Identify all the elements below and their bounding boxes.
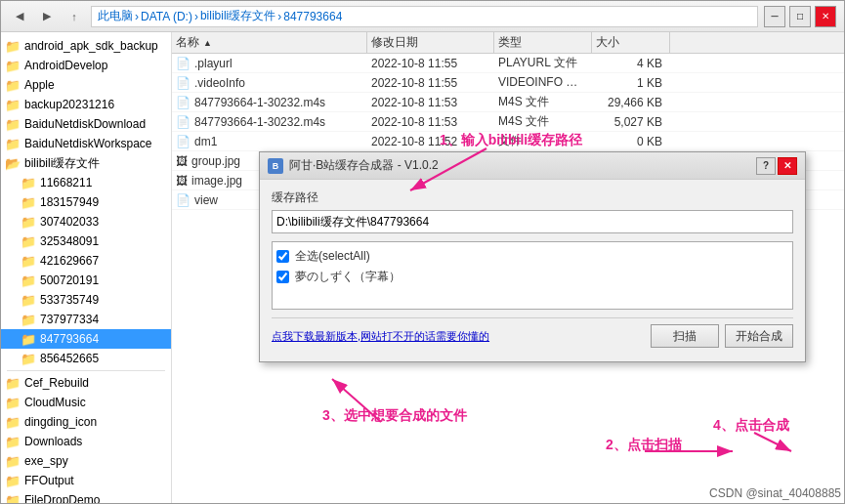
folder-icon: 📁 — [21, 292, 36, 308]
checkbox-video[interactable] — [276, 271, 289, 283]
folder-icon: 📁 — [5, 97, 21, 112]
file-icon: 🖼 — [176, 174, 188, 188]
file-row[interactable]: 📄.playurl 2022-10-8 11:55 PLAYURL 文件 4 K… — [172, 54, 844, 73]
sidebar-item-11668211[interactable]: 📁11668211 — [1, 173, 171, 192]
footer-link[interactable]: 点我下载最新版本,网站打不开的话需要你懂的 — [272, 329, 645, 344]
title-bar: ◀ ▶ ↑ 此电脑 › DATA (D:) › bilibili缓存文件 › 8… — [1, 1, 844, 32]
path-data-d[interactable]: DATA (D:) — [141, 10, 192, 23]
file-row[interactable]: 📄847793664-1-30232.m4s 2022-10-8 11:53 M… — [172, 93, 844, 112]
watermark: CSDN @sinat_40408885 — [709, 486, 841, 500]
file-row[interactable]: 📄847793664-1-30232.m4s 2022-10-8 11:53 M… — [172, 112, 844, 132]
folder-icon: 📁 — [5, 375, 21, 391]
folder-icon: 📁 — [5, 116, 21, 132]
folder-icon: 📁 — [21, 331, 36, 347]
dialog-title-text: 阿甘·B站缓存合成器 - V1.0.2 — [289, 157, 750, 174]
sidebar-item-325348091[interactable]: 📁325348091 — [1, 231, 171, 251]
sidebar-item-500720191[interactable]: 📁500720191 — [1, 271, 171, 290]
sidebar-item-cloudmusic[interactable]: 📁CloudMusic — [1, 393, 171, 412]
sidebar-item-filedrop[interactable]: 📁FileDropDemo — [1, 490, 171, 503]
up-button[interactable]: ↑ — [63, 6, 85, 27]
path-bilibili[interactable]: bilibili缓存文件 — [200, 8, 275, 24]
file-icon: 📄 — [176, 96, 190, 109]
sidebar-item-exe-spy[interactable]: 📁exe_spy — [1, 451, 171, 471]
folder-icon: 📁 — [21, 214, 36, 230]
file-list-header: 名称▲ 修改日期 类型 大小 — [172, 32, 844, 54]
sidebar-item-737977334[interactable]: 📁737977334 — [1, 310, 171, 329]
folder-icon: 📁 — [5, 38, 21, 54]
sidebar-item-baidu-workspace[interactable]: 📁BaiduNetdiskWorkspace — [1, 134, 171, 153]
sidebar-item-421629667[interactable]: 📁421629667 — [1, 251, 171, 271]
checkbox-video-item: 夢のしずく（字幕） — [276, 267, 788, 287]
file-icon: 📄 — [176, 115, 190, 129]
folder-icon: 📁 — [21, 194, 36, 210]
dialog-controls: ? ✕ — [756, 157, 797, 175]
sidebar-item-533735749[interactable]: 📁533735749 — [1, 290, 171, 310]
checkbox-all-item: 全选(selectAll) — [276, 246, 788, 267]
back-button[interactable]: ◀ — [9, 6, 30, 27]
sidebar-item-183157949[interactable]: 📁183157949 — [1, 192, 171, 212]
col-header-size[interactable]: 大小 — [592, 32, 670, 53]
minimize-button[interactable]: ─ — [764, 6, 785, 27]
folder-icon: 📁 — [21, 233, 36, 249]
path-this-pc[interactable]: 此电脑 — [98, 8, 133, 24]
folder-icon: 📁 — [21, 312, 36, 327]
sidebar-divider — [7, 370, 165, 371]
dialog-help-button[interactable]: ? — [756, 157, 776, 175]
sidebar-item-dingding[interactable]: 📁dingding_icon — [1, 412, 171, 432]
file-row[interactable]: 📄dm1 2022-10-8 11:52 文件 0 KB — [172, 132, 844, 151]
file-icon: 🖼 — [176, 154, 188, 168]
folder-icon: 📁 — [5, 453, 21, 469]
file-icon: 📄 — [176, 193, 190, 207]
folder-icon: 📁 — [5, 77, 21, 93]
file-selection-list: 全选(selectAll) 夢のしずく（字幕） — [272, 241, 793, 310]
sidebar-item-apple[interactable]: 📁Apple — [1, 75, 171, 95]
checkbox-all[interactable] — [276, 250, 289, 263]
sidebar-item-android-apk[interactable]: 📁android_apk_sdk_backup — [1, 36, 171, 56]
checkbox-video-label: 夢のしずく（字幕） — [295, 269, 401, 285]
close-button[interactable]: ✕ — [815, 6, 836, 27]
sidebar-item-847793664[interactable]: 📁847793664 — [1, 329, 171, 349]
col-header-date[interactable]: 修改日期 — [367, 32, 494, 53]
col-header-type[interactable]: 类型 — [494, 32, 592, 53]
forward-button[interactable]: ▶ — [36, 6, 58, 27]
maximize-button[interactable]: □ — [789, 6, 811, 27]
dialog-title-bar: B 阿甘·B站缓存合成器 - V1.0.2 ? ✕ — [260, 152, 805, 180]
sidebar-item-856452665[interactable]: 📁856452665 — [1, 349, 171, 368]
folder-icon: 📁 — [5, 414, 21, 430]
sidebar-item-cef[interactable]: 📁Cef_Rebuild — [1, 373, 171, 393]
path-folder-id[interactable]: 847793664 — [283, 10, 342, 23]
folder-icon: 📁 — [5, 136, 21, 151]
sidebar-item-ffoutput[interactable]: 📁FFOutput — [1, 471, 171, 490]
folder-icon: 📁 — [5, 395, 21, 410]
folder-icon: 📁 — [21, 351, 36, 366]
file-icon: 📄 — [176, 57, 190, 70]
merge-button[interactable]: 开始合成 — [725, 324, 793, 348]
scan-button[interactable]: 扫描 — [651, 324, 719, 348]
address-bar[interactable]: 此电脑 › DATA (D:) › bilibili缓存文件 › 8477936… — [91, 6, 758, 27]
window-controls: ─ □ ✕ — [764, 6, 836, 27]
col-header-name[interactable]: 名称▲ — [172, 32, 367, 53]
folder-icon: 📂 — [5, 155, 21, 171]
sidebar-item-downloads[interactable]: 📁Downloads — [1, 432, 171, 451]
folder-icon: 📁 — [5, 434, 21, 449]
dialog-app-icon: B — [268, 158, 283, 174]
sidebar-item-307402033[interactable]: 📁307402033 — [1, 212, 171, 231]
folder-icon: 📁 — [21, 273, 36, 288]
cache-path-label: 缓存路径 — [272, 189, 793, 206]
cache-path-input[interactable] — [272, 210, 793, 233]
folder-icon: 📁 — [21, 253, 36, 269]
sidebar-item-baidu-download[interactable]: 📁BaiduNetdiskDownload — [1, 114, 171, 134]
folder-icon: 📁 — [5, 58, 21, 73]
folder-icon: 📁 — [5, 492, 21, 503]
checkbox-all-label: 全选(selectAll) — [295, 248, 370, 265]
dialog-close-button[interactable]: ✕ — [778, 157, 797, 175]
dialog-body: 缓存路径 全选(selectAll) 夢のしずく（字幕） 点我下载最新版本,网站… — [260, 180, 805, 361]
dialog-footer: 点我下载最新版本,网站打不开的话需要你懂的 扫描 开始合成 — [272, 317, 793, 352]
folder-icon: 📁 — [5, 473, 21, 488]
sidebar-item-bilibili[interactable]: 📂bilibili缓存文件 — [1, 153, 171, 173]
file-icon: 📄 — [176, 76, 190, 90]
sidebar-item-android-develop[interactable]: 📁AndroidDevelop — [1, 56, 171, 75]
file-row[interactable]: 📄.videoInfo 2022-10-8 11:55 VIDEOINFO 文件… — [172, 73, 844, 93]
sidebar-item-backup[interactable]: 📁backup20231216 — [1, 95, 171, 114]
file-icon: 📄 — [176, 135, 190, 148]
